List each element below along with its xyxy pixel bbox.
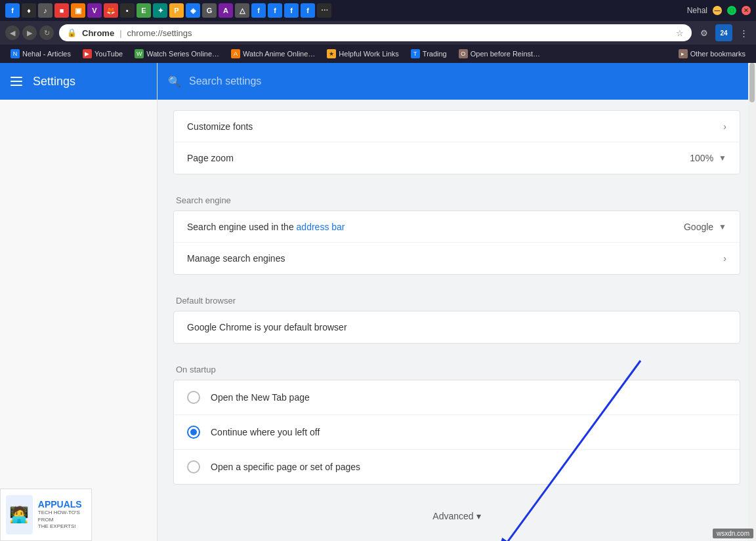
taskbar-icon8[interactable]: ◈ — [186, 3, 200, 18]
customize-fonts-arrow: › — [723, 121, 726, 132]
bookmark-anime[interactable]: A Watch Anime Online… — [226, 48, 320, 60]
extensions-icon[interactable]: ⚙ — [697, 26, 711, 40]
bookmark-trading[interactable]: T Trading — [406, 48, 452, 60]
search-engine-label: Search engine used in the address bar — [187, 222, 345, 232]
title-bar: f ♦ ♪ ■ ▣ V 🦊 ▪ E ✦ P ◈ G A △ f f f f ⋯ … — [0, 0, 756, 21]
radio-continue-inner — [190, 429, 197, 435]
search-bar: 🔍 — [158, 63, 756, 100]
hamburger-line2 — [10, 81, 22, 82]
bookmark-nehal-label: Nehal - Articles — [22, 50, 71, 58]
address-bar-row: ◀ ▶ ↻ 🔒 Chrome | chrome://settings ☆ ⚙ 2… — [0, 21, 756, 45]
bookmark-anime-label: Watch Anime Online… — [243, 50, 315, 58]
search-input[interactable] — [189, 75, 746, 87]
appuals-sub: TECH HOW-TO'S FROMTHE EXPERTS! — [38, 510, 86, 530]
taskbar-facebook4[interactable]: f — [284, 3, 299, 18]
wsxdn-watermark: wsxdn.com — [713, 529, 753, 538]
taskbar-steam[interactable]: ♦ — [22, 3, 36, 18]
bookmark-trading-icon: T — [411, 49, 420, 58]
scrollbar-track[interactable] — [748, 63, 756, 541]
taskbar-icon9[interactable]: G — [202, 3, 217, 18]
bookmarks-bar: N Nehal - Articles ▶ YouTube W Watch Ser… — [0, 45, 756, 63]
bookmark-watch-series-icon: W — [135, 49, 144, 58]
taskbar-icon3[interactable]: V — [87, 3, 102, 18]
hamburger-line3 — [10, 85, 22, 86]
taskbar-audio[interactable]: ♪ — [38, 3, 52, 18]
menu-icon[interactable]: ⋮ — [736, 26, 751, 40]
close-button[interactable]: ✕ — [742, 6, 751, 15]
taskbar-icon4[interactable]: ▪ — [120, 3, 135, 18]
maximize-button[interactable]: □ — [727, 6, 736, 15]
hamburger-line1 — [10, 77, 22, 78]
default-browser-section-label: Default browser — [173, 296, 740, 306]
bookmark-anime-icon: A — [231, 49, 240, 58]
bookmark-star-icon[interactable]: ☆ — [676, 28, 684, 38]
taskbar-extra[interactable]: ⋯ — [317, 3, 331, 18]
bookmark-youtube[interactable]: ▶ YouTube — [77, 48, 128, 60]
back-button[interactable]: ◀ — [5, 26, 20, 40]
bookmark-open-before-icon: O — [459, 49, 468, 58]
chrome-main: Settings 🔍 Customize fonts › Page zoom — [0, 63, 756, 541]
appuals-badge: 🧑‍💻 APPUALS TECH HOW-TO'S FROMTHE EXPERT… — [0, 489, 92, 541]
chrome-label: Chrome — [82, 28, 114, 38]
search-engine-section-label: Search engine — [173, 195, 740, 205]
bookmark-helpful-work-label: Helpful Work Links — [339, 50, 399, 58]
search-engine-current: Google — [684, 222, 713, 232]
taskbar-facebook[interactable]: f — [5, 3, 20, 18]
appuals-name: APPUALS — [38, 499, 86, 510]
radio-new-tab[interactable]: Open the New Tab page — [174, 380, 740, 415]
search-engine-value: Google ▼ — [684, 222, 726, 232]
bookmark-trading-label: Trading — [423, 50, 447, 58]
taskbar-facebook5[interactable]: f — [301, 3, 315, 18]
radio-continue-label: Continue where you left off — [211, 427, 320, 437]
sidebar: Settings — [0, 63, 158, 541]
radio-continue-outer[interactable] — [187, 426, 200, 439]
radio-specific-page[interactable]: Open a specific page or set of pages — [174, 450, 740, 484]
sidebar-header: Settings — [0, 63, 157, 100]
taskbar-facebook2[interactable]: f — [251, 3, 266, 18]
taskbar-icon6[interactable]: ✦ — [153, 3, 167, 18]
advanced-label: Advanced — [432, 511, 473, 521]
taskbar-icon11[interactable]: △ — [235, 3, 249, 18]
manage-search-engines-row[interactable]: Manage search engines › — [174, 243, 740, 274]
taskbar-facebook3[interactable]: f — [268, 3, 282, 18]
bookmark-watch-series[interactable]: W Watch Series Online… — [129, 48, 224, 60]
radio-continue[interactable]: Continue where you left off — [174, 415, 740, 450]
bookmark-helpful-work[interactable]: ★ Helpful Work Links — [322, 48, 404, 60]
profile-badge[interactable]: 24 — [715, 24, 732, 41]
advanced-button[interactable]: Advanced ▾ — [422, 506, 491, 527]
manage-search-engines-label: Manage search engines — [187, 253, 285, 264]
forward-button[interactable]: ▶ — [22, 26, 37, 40]
radio-new-tab-label: Open the New Tab page — [211, 392, 310, 403]
appuals-text: APPUALS TECH HOW-TO'S FROMTHE EXPERTS! — [38, 499, 86, 530]
minimize-button[interactable]: — — [713, 6, 722, 15]
bookmark-nehal[interactable]: N Nehal - Articles — [5, 48, 76, 60]
address-bar[interactable]: 🔒 Chrome | chrome://settings ☆ — [59, 24, 692, 41]
section-on-startup: On startup Open the New Tab page Continu… — [158, 354, 756, 495]
hamburger-menu[interactable] — [10, 77, 22, 86]
scrollbar-thumb[interactable] — [749, 63, 755, 102]
taskbar-icon10[interactable]: A — [219, 3, 233, 18]
refresh-button[interactable]: ↻ — [39, 26, 54, 40]
bookmark-nehal-icon: N — [10, 49, 20, 58]
settings-content: Customize fonts › Page zoom 100% ▼ Searc… — [158, 100, 756, 537]
taskbar-icon7[interactable]: P — [169, 3, 184, 18]
radio-specific-page-outer[interactable] — [187, 460, 200, 473]
customize-fonts-row[interactable]: Customize fonts › — [174, 111, 740, 142]
on-startup-card: Open the New Tab page Continue where you… — [173, 380, 740, 485]
search-icon: 🔍 — [168, 75, 181, 88]
taskbar-icon2[interactable]: ▣ — [71, 3, 85, 18]
search-engine-card: Search engine used in the address bar Go… — [173, 210, 740, 275]
search-engine-row[interactable]: Search engine used in the address bar Go… — [174, 211, 740, 243]
taskbar-firefox[interactable]: 🦊 — [104, 3, 118, 18]
page-zoom-row[interactable]: Page zoom 100% ▼ — [174, 142, 740, 174]
url-separator: | — [119, 28, 121, 38]
bookmark-open-before-label: Open before Reinst… — [471, 50, 540, 58]
taskbar-icon1[interactable]: ■ — [54, 3, 69, 18]
taskbar-icon5[interactable]: E — [136, 3, 151, 18]
appuals-mascot: 🧑‍💻 — [6, 495, 33, 534]
address-bar-link[interactable]: address bar — [297, 222, 345, 232]
radio-new-tab-outer[interactable] — [187, 391, 200, 404]
customize-fonts-label: Customize fonts — [187, 121, 253, 132]
bookmark-open-before[interactable]: O Open before Reinst… — [453, 48, 545, 60]
bookmark-other[interactable]: ▸ Other bookmarks — [673, 48, 751, 60]
